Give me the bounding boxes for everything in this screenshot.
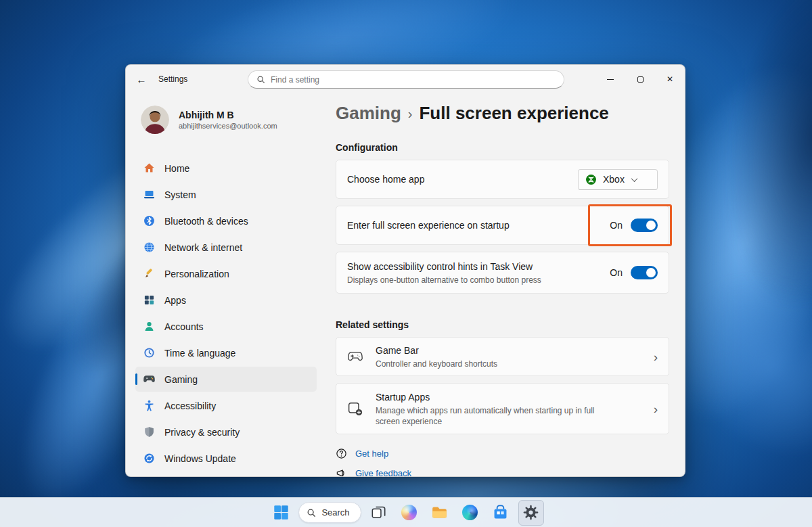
accessibility-hints-card: Show accessibility control hints in Task… (336, 252, 669, 294)
edge-icon (462, 505, 478, 520)
titlebar: ← Settings ✕ (126, 65, 685, 93)
accessibility-icon (143, 400, 155, 411)
account-block[interactable]: Abhijith M B abhijithservices@outlook.co… (141, 106, 326, 134)
xbox-icon (585, 174, 597, 185)
sidebar-item-label: Network & internet (164, 242, 242, 253)
apps-icon (143, 294, 155, 306)
accessibility-hints-state: On (610, 267, 623, 278)
gear-icon (523, 505, 539, 520)
configuration-heading: Configuration (336, 141, 669, 154)
accessibility-hints-toggle[interactable] (631, 266, 658, 279)
windows-logo-icon (273, 505, 289, 520)
breadcrumb-parent[interactable]: Gaming (336, 101, 401, 125)
user-name: Abhijith M B (179, 110, 277, 121)
file-explorer-button[interactable] (427, 500, 453, 526)
sidebar-item-home[interactable]: Home (135, 156, 317, 181)
taskbar-search-label: Search (321, 507, 349, 518)
file-explorer-icon (432, 505, 447, 520)
home-app-value: Xbox (603, 174, 625, 185)
sidebar-item-label: Bluetooth & devices (164, 216, 248, 227)
toggle-knob (646, 221, 656, 230)
get-help-link[interactable]: Get help (336, 448, 669, 459)
game-bar-card[interactable]: Game Bar Controller and keyboard shortcu… (336, 337, 669, 376)
sidebar: Abhijith M B abhijithservices@outlook.co… (126, 93, 326, 476)
sidebar-item-label: Home (164, 163, 189, 174)
give-feedback-link[interactable]: Give feedback (336, 467, 669, 477)
choose-home-app-card: Choose home app Xbox (336, 160, 669, 199)
startup-apps-card[interactable]: Startup Apps Manage which apps run autom… (336, 383, 669, 434)
fullscreen-startup-label: Enter full screen experience on startup (347, 219, 589, 232)
window-controls: ✕ (595, 65, 685, 93)
related-settings-heading: Related settings (336, 318, 669, 331)
back-icon: ← (137, 74, 147, 85)
startup-apps-icon (347, 400, 363, 417)
settings-button[interactable] (518, 500, 544, 526)
fullscreen-startup-toggle[interactable] (631, 219, 658, 232)
sidebar-item-privacy-security[interactable]: Privacy & security (135, 419, 317, 444)
accessibility-hints-description: Displays one-button alternative to combo… (347, 275, 589, 285)
accounts-icon (143, 321, 155, 332)
task-view-icon (371, 505, 386, 520)
windows-update-icon (143, 453, 155, 464)
fullscreen-startup-state: On (610, 220, 623, 231)
copilot-button[interactable] (397, 500, 422, 526)
toggle-knob (646, 268, 656, 277)
chevron-right-icon: › (654, 403, 658, 415)
start-button[interactable] (268, 500, 294, 526)
taskbar-search[interactable]: Search (298, 502, 361, 523)
main-content: Gaming › Full screen experience Configur… (336, 93, 669, 476)
sidebar-item-label: System (164, 189, 196, 200)
give-feedback-label: Give feedback (355, 468, 411, 477)
game-bar-icon (347, 348, 363, 365)
maximize-button[interactable] (625, 65, 655, 93)
sidebar-item-label: Time & language (164, 348, 235, 359)
store-button[interactable] (488, 500, 514, 526)
page-title: Full screen experience (419, 101, 608, 125)
sidebar-nav: Home System Bluetooth & devices Network … (126, 156, 326, 471)
maximize-icon (637, 76, 644, 83)
game-bar-label: Game Bar (376, 344, 633, 357)
sidebar-item-network-internet[interactable]: Network & internet (135, 235, 317, 260)
settings-window: ← Settings ✕ (125, 64, 685, 477)
sidebar-item-label: Accessibility (164, 400, 216, 411)
get-help-icon (336, 448, 347, 459)
give-feedback-icon (336, 467, 347, 477)
account-text: Abhijith M B abhijithservices@outlook.co… (179, 110, 277, 131)
choose-home-app-label: Choose home app (347, 173, 558, 186)
user-email: abhijithservices@outlook.com (179, 121, 277, 131)
chevron-right-icon: › (654, 350, 658, 363)
breadcrumb: Gaming › Full screen experience (336, 100, 669, 126)
edge-button[interactable] (457, 500, 483, 526)
sidebar-item-time-language[interactable]: Time & language (135, 340, 317, 365)
sidebar-item-bluetooth-devices[interactable]: Bluetooth & devices (135, 208, 317, 233)
close-button[interactable]: ✕ (655, 65, 685, 93)
sidebar-item-accessibility[interactable]: Accessibility (135, 393, 317, 418)
sidebar-item-accounts[interactable]: Accounts (135, 314, 317, 339)
fullscreen-startup-card: Enter full screen experience on startup … (336, 206, 669, 245)
accessibility-hints-label: Show accessibility control hints in Task… (347, 260, 589, 273)
back-button[interactable]: ← (130, 69, 153, 89)
search-icon (307, 508, 316, 518)
sidebar-item-label: Privacy & security (164, 427, 240, 438)
sidebar-item-label: Accounts (164, 321, 204, 332)
breadcrumb-separator-icon: › (408, 101, 413, 126)
startup-apps-description: Manage which apps run automatically when… (376, 405, 599, 427)
startup-apps-label: Startup Apps (376, 391, 599, 404)
sidebar-item-windows-update[interactable]: Windows Update (135, 446, 317, 471)
sidebar-item-personalization[interactable]: Personalization (135, 261, 317, 286)
sidebar-item-apps[interactable]: Apps (135, 288, 317, 313)
avatar (141, 106, 169, 134)
game-bar-description: Controller and keyboard shortcuts (376, 359, 633, 369)
minimize-button[interactable] (595, 65, 625, 93)
sidebar-item-gaming[interactable]: Gaming (135, 367, 317, 392)
settings-search-input[interactable] (271, 75, 556, 85)
task-view-button[interactable] (366, 500, 392, 526)
system-icon (143, 189, 155, 200)
window-title: Settings (158, 74, 187, 84)
sidebar-item-system[interactable]: System (135, 182, 317, 207)
sidebar-item-label: Gaming (164, 374, 198, 385)
home-app-dropdown[interactable]: Xbox (578, 169, 658, 190)
settings-search-box[interactable] (248, 70, 564, 89)
sidebar-item-label: Apps (164, 295, 186, 306)
gaming-icon (143, 373, 155, 385)
